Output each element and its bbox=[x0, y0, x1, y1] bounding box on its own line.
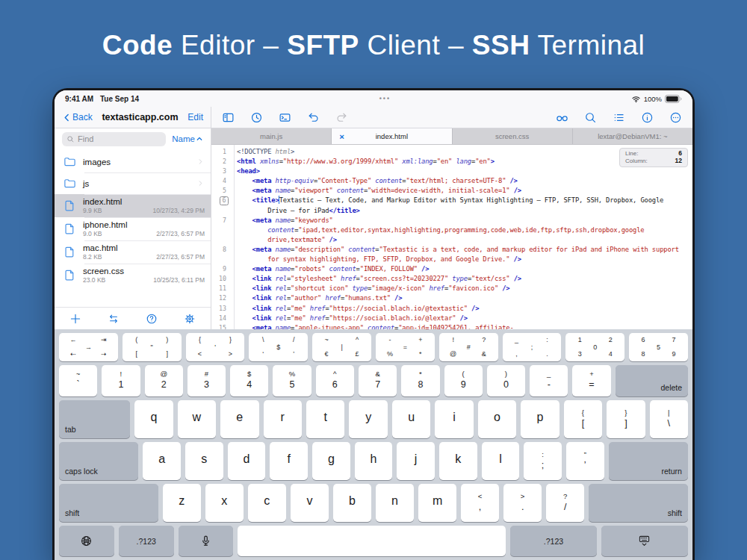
globe-key[interactable] bbox=[59, 526, 114, 556]
numbers-key-left[interactable]: .?123 bbox=[119, 526, 174, 556]
key-/[interactable]: ?/ bbox=[546, 484, 584, 522]
more-button[interactable] bbox=[669, 111, 682, 124]
key-a[interactable]: a bbox=[143, 442, 181, 480]
key-d[interactable]: d bbox=[228, 442, 266, 480]
file-info-button[interactable] bbox=[641, 111, 654, 124]
punctuation-key-2[interactable]: _:;,. bbox=[503, 333, 562, 361]
key-h[interactable]: h bbox=[355, 442, 393, 480]
punctuation-key-1[interactable]: !?#@& bbox=[439, 333, 498, 361]
dictation-key[interactable] bbox=[179, 526, 234, 556]
key-o[interactable]: o bbox=[478, 400, 516, 438]
back-button[interactable]: Back bbox=[62, 112, 93, 122]
tab-lextar@DebianVM1: ~[interactable]: lextar@DebianVM1: ~ bbox=[573, 128, 692, 144]
key-x[interactable]: x bbox=[205, 484, 244, 522]
key-c[interactable]: c bbox=[248, 484, 286, 522]
key-,[interactable]: <, bbox=[461, 484, 499, 522]
math-key[interactable]: -+=%* bbox=[376, 333, 435, 361]
file-row-images[interactable]: images bbox=[55, 151, 211, 172]
undo-button[interactable] bbox=[307, 111, 320, 124]
file-transfer-button[interactable] bbox=[108, 313, 120, 325]
key-s[interactable]: s bbox=[185, 442, 223, 480]
key-1[interactable]: !1 bbox=[102, 365, 140, 396]
file-row-js[interactable]: js bbox=[55, 172, 211, 194]
redo-button[interactable] bbox=[335, 111, 348, 124]
cursor-arrows-key[interactable]: ←⇥→⇠⇢ bbox=[59, 333, 118, 361]
tab-screen.css[interactable]: screen.css bbox=[453, 128, 573, 144]
key-g[interactable]: g bbox=[312, 442, 350, 480]
key-j[interactable]: j bbox=[397, 442, 435, 480]
key-4[interactable]: $4 bbox=[230, 365, 268, 396]
key-[[interactable]: {[ bbox=[564, 400, 602, 438]
sort-button[interactable]: Name bbox=[172, 134, 203, 143]
terminal-button[interactable] bbox=[279, 111, 291, 124]
code-editor[interactable]: 1<!DOCTYPE html>2<html xmlns="http://www… bbox=[211, 145, 692, 329]
key-e[interactable]: e bbox=[220, 400, 258, 438]
key--[interactable]: _- bbox=[530, 365, 568, 396]
parens-quote-key[interactable]: ()"[] bbox=[123, 333, 182, 361]
search-button[interactable] bbox=[584, 111, 597, 124]
key-u[interactable]: u bbox=[392, 400, 430, 438]
key-][interactable]: }] bbox=[607, 400, 645, 438]
edit-button[interactable]: Edit bbox=[187, 112, 203, 122]
braces-angle-key[interactable]: {}'<> bbox=[186, 333, 245, 361]
key-8[interactable]: *8 bbox=[401, 365, 439, 396]
caps-lock-key[interactable]: caps lock bbox=[59, 442, 138, 480]
tab-main.js[interactable]: main.js bbox=[211, 128, 332, 144]
space-key[interactable] bbox=[238, 526, 506, 556]
key-w[interactable]: w bbox=[178, 400, 216, 438]
shift-right-key[interactable]: shift bbox=[589, 484, 688, 522]
key-’[interactable]: ”’ bbox=[566, 442, 604, 480]
key-0[interactable]: )0 bbox=[487, 365, 525, 396]
key-;[interactable]: :; bbox=[524, 442, 562, 480]
key-b[interactable]: b bbox=[333, 484, 371, 522]
key-f[interactable]: f bbox=[270, 442, 308, 480]
key-.[interactable]: >. bbox=[503, 484, 542, 522]
key-\[interactable]: |\ bbox=[650, 400, 688, 438]
key-9[interactable]: (9 bbox=[444, 365, 483, 396]
key-k[interactable]: k bbox=[439, 442, 477, 480]
file-row-iphone.html[interactable]: iphone.html9.0 KB2/27/23, 6:57 PM bbox=[55, 217, 211, 240]
key-2[interactable]: @2 bbox=[145, 365, 183, 396]
dismiss-keyboard-key[interactable] bbox=[601, 526, 688, 556]
settings-button[interactable] bbox=[184, 313, 196, 325]
digits-key-1[interactable]: 12034 bbox=[565, 333, 624, 361]
key-5[interactable]: %5 bbox=[273, 365, 311, 396]
tilde-currency-key[interactable]: ~^|€£ bbox=[312, 333, 371, 361]
add-file-button[interactable] bbox=[69, 313, 81, 325]
key-y[interactable]: y bbox=[349, 400, 387, 438]
file-row-mac.html[interactable]: mac.html8.2 KB2/27/23, 6:57 PM bbox=[55, 240, 211, 264]
preview-button[interactable] bbox=[556, 111, 568, 124]
key-v[interactable]: v bbox=[291, 484, 329, 522]
shift-left-key[interactable]: shift bbox=[59, 484, 158, 522]
key-`[interactable]: ~` bbox=[59, 365, 97, 396]
key-6[interactable]: ^6 bbox=[316, 365, 354, 396]
numbers-key-right[interactable]: .?123 bbox=[510, 526, 597, 556]
tab-key[interactable]: tab bbox=[59, 400, 130, 438]
tab-index.html[interactable]: ×index.html bbox=[332, 128, 452, 144]
key-3[interactable]: #3 bbox=[187, 365, 226, 396]
key-t[interactable]: t bbox=[306, 400, 344, 438]
file-row-screen.css[interactable]: screen.css23.0 KB10/25/23, 6:11 PM bbox=[55, 264, 211, 287]
key-p[interactable]: p bbox=[521, 400, 559, 438]
delete-key[interactable]: delete bbox=[616, 365, 688, 396]
key-i[interactable]: i bbox=[435, 400, 473, 438]
key-n[interactable]: n bbox=[376, 484, 414, 522]
close-tab-icon[interactable]: × bbox=[339, 132, 344, 141]
onscreen-keyboard: ←⇥→⇠⇢()"[]{}'<>\/$‘’~^|€£-+=%*!?#@&_:;,.… bbox=[55, 329, 692, 560]
key-l[interactable]: l bbox=[482, 442, 520, 480]
help-button[interactable] bbox=[146, 313, 158, 325]
find-field[interactable]: Find bbox=[62, 132, 166, 146]
key-=[interactable]: += bbox=[572, 365, 610, 396]
key-m[interactable]: m bbox=[418, 484, 456, 522]
recent-files-button[interactable] bbox=[250, 111, 263, 124]
file-row-index.html[interactable]: index.html9.9 KB10/27/23, 4:29 PM bbox=[55, 194, 211, 217]
key-r[interactable]: r bbox=[264, 400, 302, 438]
return-key[interactable]: return bbox=[609, 442, 688, 480]
toggle-sidebar-button[interactable] bbox=[222, 111, 235, 124]
symbol-list-button[interactable] bbox=[613, 111, 625, 124]
digits-key-2[interactable]: 67589 bbox=[629, 333, 688, 361]
key-q[interactable]: q bbox=[134, 400, 173, 438]
slash-dollar-key[interactable]: \/$‘’ bbox=[249, 333, 308, 361]
key-z[interactable]: z bbox=[163, 484, 201, 522]
key-7[interactable]: &7 bbox=[359, 365, 397, 396]
